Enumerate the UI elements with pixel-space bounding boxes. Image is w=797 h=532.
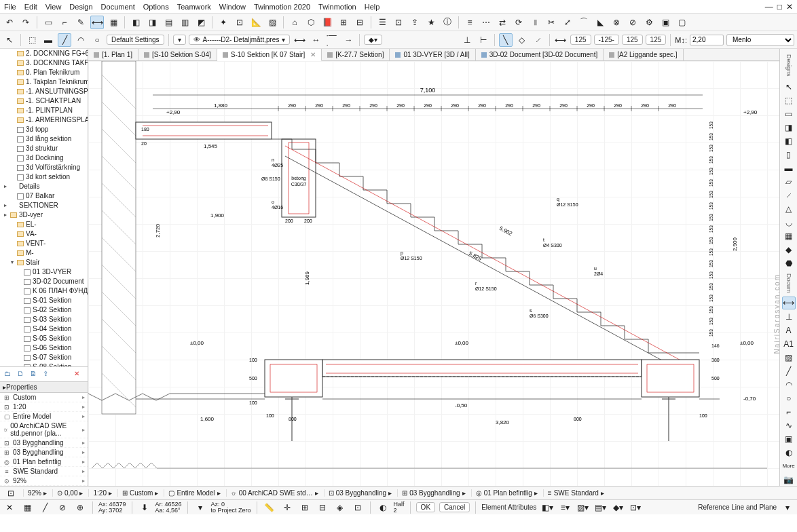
zoom-dropdown[interactable]: 92% ▸	[23, 489, 47, 497]
arc-side-icon[interactable]: ◠	[782, 379, 796, 391]
redo-icon[interactable]: ↷	[19, 16, 33, 29]
camera-side-icon[interactable]: 📷	[782, 474, 796, 486]
nav-item[interactable]: 3d lång sektion	[0, 134, 88, 144]
grid-snap-icon[interactable]: ▦	[20, 501, 34, 514]
std-dropdown[interactable]: ≡ SWE Standard ▸	[543, 489, 604, 497]
angle-dropdown[interactable]: ⊙ 0,00 ▸	[52, 489, 83, 497]
text-side-icon[interactable]: A	[782, 324, 796, 337]
roof-side-icon[interactable]: △	[782, 203, 796, 215]
wall-tool-icon[interactable]: ▭	[41, 16, 55, 29]
nav-item[interactable]: ▸3D-vyer	[0, 210, 88, 220]
nav-item[interactable]: S-01 Sektion	[0, 296, 88, 305]
snap-element-icon[interactable]: ◈	[333, 501, 347, 514]
nav-item[interactable]: 3d kort sektion	[0, 172, 88, 182]
nav-item[interactable]: 3d topp	[0, 125, 88, 134]
property-row[interactable]: ⊙92%▸	[0, 476, 88, 486]
property-row[interactable]: ☼00 ArchiCAD SWE std.pennor (pla...▸	[0, 421, 88, 438]
menu-item[interactable]: File	[4, 3, 16, 11]
view-tab[interactable]: [1. Plan 1]	[88, 49, 138, 60]
view-tab[interactable]: [K-27.7 Sektion]	[322, 49, 390, 60]
attr-profile-icon[interactable]: ⊡▾	[629, 501, 642, 514]
dim-style-3-icon[interactable]: ⟋	[532, 33, 545, 47]
view-tab[interactable]: [A2 Liggande spec.]	[604, 49, 683, 60]
document-tab[interactable]: Docum	[785, 271, 792, 296]
geometry-method-4-icon[interactable]: →	[341, 33, 355, 47]
dim-style-1-icon[interactable]: ╲	[499, 33, 513, 47]
split-icon[interactable]: ⊘	[626, 16, 640, 29]
tab-close-icon[interactable]: ✕	[310, 51, 316, 58]
rotate-icon[interactable]: ⟳	[512, 16, 525, 29]
property-row[interactable]: ⊡1:20▸	[0, 402, 88, 412]
navigator-icon[interactable]: ☰	[375, 16, 389, 29]
mesh-side-icon[interactable]: ▦	[782, 230, 796, 242]
menu-item[interactable]: Design	[69, 3, 92, 11]
nav-item[interactable]: VENT-	[0, 239, 88, 248]
nav-item[interactable]: ▾Stair	[0, 258, 88, 267]
home-icon[interactable]: ⌂	[288, 16, 301, 29]
maximize-icon[interactable]: □	[777, 2, 782, 12]
nav-item[interactable]: S-06 Sektion	[0, 343, 88, 353]
nav-item[interactable]: 3. DOCKNING TAKPLAN	[0, 58, 88, 68]
extend-icon[interactable]: ⤢	[561, 16, 574, 29]
trace-icon[interactable]: ⊡	[233, 16, 246, 29]
layer-icon[interactable]: ◧	[129, 16, 143, 29]
fill-side-icon[interactable]: ▨	[782, 352, 796, 364]
dimension-tool-icon[interactable]: ⟷	[90, 16, 104, 29]
edit-tool-icon[interactable]: ✎	[74, 16, 88, 29]
layer2-dropdown[interactable]: ⊞ 03 Bygghandling ▸	[397, 489, 466, 497]
trim-icon[interactable]: ✂	[544, 16, 558, 29]
default-settings-button[interactable]: Default Settings	[107, 35, 164, 45]
align-icon[interactable]: ≡	[463, 16, 477, 29]
menu-item[interactable]: Twinmotion 2020	[254, 3, 310, 11]
layer1-dropdown[interactable]: ⊡ 03 Bygghandling ▸	[324, 489, 392, 497]
gravity-icon[interactable]: ⬇	[138, 501, 151, 514]
fill-icon[interactable]: ▨	[265, 16, 279, 29]
line-icon[interactable]: ╱	[58, 33, 71, 47]
section-icon[interactable]: ⊞	[337, 16, 350, 29]
cancel-button[interactable]: Cancel	[439, 502, 470, 512]
door-side-icon[interactable]: ◨	[782, 121, 796, 134]
menu-item[interactable]: Twinmotion	[318, 3, 356, 11]
attr-fills-icon[interactable]: ▨▾	[576, 501, 589, 514]
circle-icon[interactable]: ○	[90, 33, 104, 47]
property-row[interactable]: ⊞03 Bygghandling▸	[0, 448, 88, 457]
layer-selector[interactable]: 👁 A------D2- Detaljmått,pres ▾	[189, 35, 291, 45]
dimension-height-input[interactable]	[690, 35, 724, 45]
more-label[interactable]: More	[782, 460, 796, 472]
show-hide-icon[interactable]: ✦	[217, 16, 230, 29]
nav-item[interactable]: ▸Details	[0, 182, 88, 191]
wall-icon[interactable]: ▬	[41, 33, 55, 47]
ok-button[interactable]: OK	[416, 502, 435, 512]
renovation-icon[interactable]: ◩	[194, 16, 208, 29]
dim-val-3[interactable]: 125	[622, 35, 643, 45]
dim-val-1[interactable]: 125	[570, 35, 591, 45]
beam-side-icon[interactable]: ▬	[782, 162, 796, 174]
view-tab[interactable]: S-10 Sektion [K 07 Stair]✕	[217, 49, 322, 61]
nav-view-icon[interactable]: 🗋	[17, 370, 26, 379]
adjust-icon[interactable]: ⚙	[642, 16, 656, 29]
favorites-icon[interactable]: ★	[424, 16, 438, 29]
arrow-tool-icon[interactable]: ↖	[3, 33, 16, 47]
marker-dropdown[interactable]: ◆▾	[364, 35, 382, 45]
property-row[interactable]: ⊞Custom▸	[0, 393, 88, 402]
marquee-icon[interactable]: ⬚	[25, 33, 39, 47]
dim-chain-icon[interactable]: ⟷	[554, 33, 568, 47]
nav-item[interactable]: 01 3D-VYER	[0, 267, 88, 277]
nav-item[interactable]: ▸SEKTIONER	[0, 201, 88, 210]
crosshair-icon[interactable]: ✛	[280, 501, 294, 514]
nav-item[interactable]: K 06 ПЛАН ФУНДАМЕНТ	[0, 286, 88, 296]
line-side-icon[interactable]: ╱	[782, 365, 796, 377]
menu-item[interactable]: Window	[219, 3, 246, 11]
close-icon[interactable]: ✕	[786, 2, 793, 12]
group-icon[interactable]: ▣	[659, 16, 672, 29]
plan-dropdown[interactable]: ◎ 01 Plan befintlig ▸	[471, 489, 538, 497]
morph-side-icon[interactable]: ◆	[782, 244, 796, 256]
geometry-method-3-icon[interactable]: ·—·	[325, 33, 339, 47]
attr-mat-icon[interactable]: ◆▾	[611, 501, 625, 514]
level-dim-side-icon[interactable]: ⊥	[782, 311, 796, 323]
geometry-method-1-icon[interactable]: ⟷	[293, 33, 306, 47]
witness-line-1-icon[interactable]: ⊥	[460, 33, 474, 47]
nav-item[interactable]: -1. PLINTPLAN	[0, 106, 88, 115]
property-row[interactable]: ◎01 Plan befintlig▸	[0, 457, 88, 467]
circle-side-icon[interactable]: ○	[782, 392, 796, 404]
